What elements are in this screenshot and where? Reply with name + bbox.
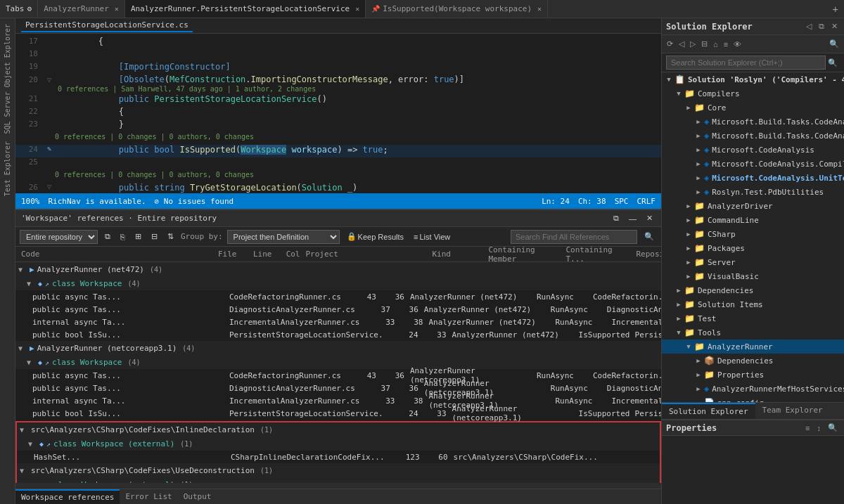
status-zoom: 100% xyxy=(21,197,40,206)
tree-dependencies[interactable]: ▶ 📁 Dependencies xyxy=(662,283,844,297)
group-icon: ▶ xyxy=(30,344,34,353)
find-keep-results-btn[interactable]: 🔒 Keep Results xyxy=(344,231,407,243)
find-results-collapse-btn[interactable]: — xyxy=(626,213,639,224)
result-row[interactable]: public async Tas... DiagnosticAnalyzerRu… xyxy=(15,303,661,316)
group-analyzerrunner-net472[interactable]: ▼ ▶ AnalyzerRunner (net472) (4) xyxy=(15,262,661,276)
tab-output[interactable]: Output xyxy=(178,489,217,504)
tab-analyzerrunner[interactable]: AnalyzerRunner ✕ xyxy=(38,0,125,18)
tree-compilers[interactable]: ▼ 📁 Compilers xyxy=(662,86,844,101)
roslyn-test-arrow: ▶ xyxy=(694,188,703,195)
find-search-btn[interactable]: 🔍 xyxy=(641,231,657,243)
tab-persistentstorage[interactable]: AnalyzerRunner.PersistentStorageLocation… xyxy=(125,0,366,18)
props-list-btn[interactable]: ≡ xyxy=(803,422,812,433)
tree-commandline[interactable]: ▶ 📁 CommandLine xyxy=(662,213,844,227)
se-pin-btn[interactable]: ◁ xyxy=(804,21,814,32)
group-analyzerrunner-netcore[interactable]: ▼ ▶ AnalyzerRunner (netcoreapp3.1) (4) xyxy=(15,341,661,355)
find-new-window-btn[interactable]: ⧉ xyxy=(102,231,113,243)
se-home-btn[interactable]: ⌂ xyxy=(711,39,720,49)
result-row[interactable]: public async Tas... CodeRefactoringRunne… xyxy=(15,290,661,303)
compilers-label: Compilers xyxy=(698,89,740,98)
find-collapse-btn[interactable]: ⊟ xyxy=(148,231,160,243)
sidebar-test-label[interactable]: Test Explorer xyxy=(2,138,13,199)
tree-server[interactable]: ▶ 📁 Server xyxy=(662,255,844,269)
tree-packages[interactable]: ▶ 📁 Packages xyxy=(662,241,844,255)
result-row[interactable]: internal async Ta... IncrementalAnalyzer… xyxy=(15,316,661,328)
tree-ms-codeanalysis[interactable]: ▶ ◈ Microsoft.CodeAnalysis xyxy=(662,143,844,157)
find-copy-btn[interactable]: ⎘ xyxy=(117,231,128,243)
props-sort-btn[interactable]: ↕ xyxy=(815,422,824,433)
se-collapse-all-btn[interactable]: ⊟ xyxy=(699,39,710,49)
se-preview-btn[interactable]: 👁 xyxy=(731,39,743,49)
tab-analyzerrunner-close[interactable]: ✕ xyxy=(115,5,119,13)
tabs-settings-icon[interactable]: ⚙ xyxy=(27,4,32,13)
result-row[interactable]: public bool IsSu... PersistentStorageLoc… xyxy=(15,407,661,420)
tree-ms-codeanalysis-unit[interactable]: ▶ ◈ Microsoft.CodeAnalysis.UnitTests xyxy=(662,171,844,185)
se-float-btn[interactable]: ⧉ xyxy=(817,21,826,32)
find-list-view-btn[interactable]: ≡ List View xyxy=(411,231,453,243)
tab-workspace-references[interactable]: Workspace references xyxy=(15,489,120,504)
find-group-by-select[interactable]: Project then Definition xyxy=(227,230,340,244)
tree-dependencies2[interactable]: ▶ 📦 Dependencies xyxy=(662,354,844,368)
result-row[interactable]: public async Tas... DiagnosticAnalyzerRu… xyxy=(15,382,661,394)
subgroup-class-workspace-ext2[interactable]: ▼ ◆ ↗ class Workspace (external) (1) xyxy=(17,477,660,483)
tree-solution-items[interactable]: ▶ 📁 Solution Items xyxy=(662,297,844,311)
se-back-btn[interactable]: ◁ xyxy=(677,39,686,49)
tree-analyzerrunner-mef[interactable]: ▶ ◈ AnalyzerRunnerMefHostServices.cs xyxy=(662,382,844,396)
se-tab-team-explorer[interactable]: Team Explorer xyxy=(755,403,830,419)
se-close-btn[interactable]: ✕ xyxy=(829,21,840,32)
tree-properties[interactable]: ▶ 📁 Properties xyxy=(662,368,844,382)
find-results-close-btn[interactable]: ✕ xyxy=(644,212,656,224)
tree-ms-build-tasks-unit[interactable]: ▶ ◈ Microsoft.Build.Tasks.CodeAnalysis.U… xyxy=(662,129,844,143)
result-row[interactable]: public bool IsSu... PersistentStorageLoc… xyxy=(15,328,661,341)
subgroup-class-workspace-ext1[interactable]: ▼ ◆ ↗ class Workspace (external) (1) xyxy=(17,437,660,451)
tab-persistentstorage-close[interactable]: ✕ xyxy=(355,5,359,13)
find-sort-btn[interactable]: ⇅ xyxy=(165,231,177,243)
csharp-icon: 📁 xyxy=(694,229,705,239)
solution-icon: 📋 xyxy=(674,75,685,84)
file-tab-persistentstorage[interactable]: PersistentStorageLocationService.cs xyxy=(21,19,193,32)
group-inline-decl[interactable]: ▼ src\Analyzers\CSharp\CodeFixes\InlineD… xyxy=(17,422,660,437)
group-count: (4) xyxy=(182,344,195,352)
find-expand-btn[interactable]: ⊞ xyxy=(132,231,144,243)
se-filter-btn[interactable]: 🔍 xyxy=(827,39,841,49)
col-header-col: Col xyxy=(275,250,303,259)
props-search-btn[interactable]: 🔍 xyxy=(826,422,840,433)
se-search-input[interactable] xyxy=(666,56,826,70)
result-row[interactable]: HashSet... CSharpInlineDeclarationCodeFi… xyxy=(17,451,660,463)
tree-ms-codeanalysis-compiler[interactable]: ▶ ◈ Microsoft.CodeAnalysis.Compiler.Test… xyxy=(662,157,844,171)
sidebar-sql-label[interactable]: SQL Server Object Explorer xyxy=(2,21,13,137)
ms-build-tasks-arrow: ▶ xyxy=(694,118,703,125)
tree-csharp[interactable]: ▶ 📁 CSharp xyxy=(662,227,844,241)
find-results-horizontal-scrollbar[interactable] xyxy=(15,483,661,489)
tab-issupported-close[interactable]: ✕ xyxy=(537,5,542,13)
se-tab-solution-explorer[interactable]: Solution Explorer xyxy=(662,403,755,419)
tab-add-button[interactable]: + xyxy=(827,4,844,15)
result-row[interactable]: public async Tas... CodeRefactoringRunne… xyxy=(15,369,661,382)
se-properties-btn[interactable]: ≡ xyxy=(722,39,730,49)
se-search-submit-btn[interactable]: 🔍 xyxy=(826,58,840,68)
tree-visualbasic[interactable]: ▶ 📁 VisualBasic xyxy=(662,269,844,283)
tree-test[interactable]: ▶ 📁 Test xyxy=(662,311,844,325)
tree-tools[interactable]: ▼ 📁 Tools xyxy=(662,325,844,340)
tree-ms-build-tasks[interactable]: ▶ ◈ Microsoft.Build.Tasks.CodeAnalysis xyxy=(662,115,844,129)
group-use-deconstruction[interactable]: ▼ src\Analyzers\CSharp\CodeFixes\UseDeco… xyxy=(17,463,660,477)
tree-core[interactable]: ▶ 📁 Core xyxy=(662,101,844,115)
tab-issupported[interactable]: 📌 IsSupported(Workspace workspace) ✕ xyxy=(366,0,548,18)
subgroup-class-workspace-netcore[interactable]: ▼ ◆ ↗ class Workspace (4) xyxy=(15,355,661,369)
mef-label: AnalyzerRunnerMefHostServices.cs xyxy=(712,385,844,394)
find-search-input[interactable] xyxy=(511,230,637,244)
tree-analyzerrunner[interactable]: ▼ 📁 AnalyzerRunner xyxy=(662,340,844,354)
tree-solution[interactable]: ▼ 📋 Solution 'Roslyn' ('Compilers' - 45 … xyxy=(662,72,844,86)
properties-label: Properties xyxy=(717,370,764,380)
tree-app-config[interactable]: 📄 app.config xyxy=(662,396,844,402)
se-sync-btn[interactable]: ⟳ xyxy=(665,39,675,49)
tree-roslyn-test[interactable]: ▶ ◈ Roslyn.Test.PdbUtilities xyxy=(662,185,844,199)
tab-error-list[interactable]: Error List xyxy=(120,489,177,504)
find-results-float-btn[interactable]: ⧉ xyxy=(610,212,622,224)
find-results-body[interactable]: ▼ ▶ AnalyzerRunner (net472) (4) ▼ ◆ ↗ cl… xyxy=(15,262,661,483)
tree-analyzerdriver[interactable]: ▶ 📁 AnalyzerDriver xyxy=(662,199,844,213)
center-area: PersistentStorageLocationService.cs 17 {… xyxy=(15,18,661,504)
find-scope-select[interactable]: Entire repository xyxy=(20,230,98,244)
subgroup-class-workspace-net472[interactable]: ▼ ◆ ↗ class Workspace (4) xyxy=(15,276,661,290)
se-forward-btn[interactable]: ▷ xyxy=(688,39,698,49)
